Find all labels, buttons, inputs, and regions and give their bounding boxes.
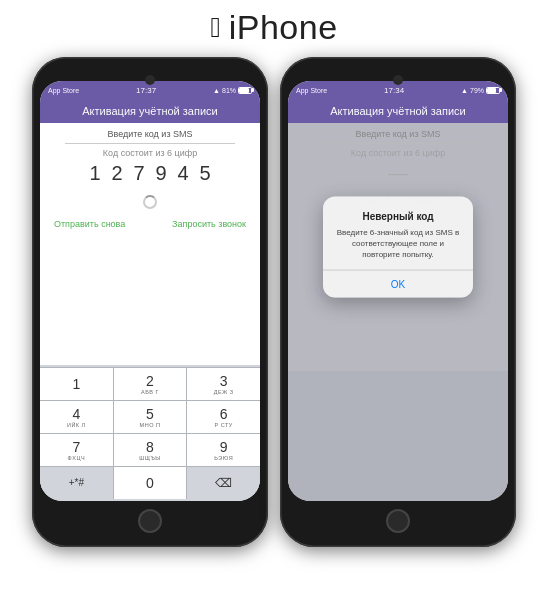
code-digits-2: —: [388, 162, 408, 185]
numpad-row-4: +*# 0 ⌫: [40, 466, 260, 499]
page-title: iPhone: [229, 8, 338, 47]
status-right-1: ▲ 81%: [213, 87, 252, 94]
numpad-row-1: 1 2 АБВ Г 3 ДЕЖ З: [40, 367, 260, 400]
digit-3: 7: [131, 162, 147, 185]
key-symbols[interactable]: +*#: [40, 467, 114, 499]
key-0[interactable]: 0: [114, 467, 188, 499]
numpad-row-2: 4 ИЙК Л 5 МНО П 6 Р СТУ: [40, 400, 260, 433]
home-button-2[interactable]: [386, 509, 410, 533]
digit-2: 2: [109, 162, 125, 185]
loading-spinner-1: [143, 195, 157, 209]
status-left-1: App Store: [48, 87, 79, 94]
sms-label-1: Введите код из SMS: [107, 129, 192, 139]
status-time-2: 17:34: [384, 86, 404, 95]
digit-4: 9: [153, 162, 169, 185]
numpad-1: 1 2 АБВ Г 3 ДЕЖ З 4 ИЙК Л: [40, 365, 260, 501]
phone-2-numpad-dim: [288, 371, 508, 501]
send-again-btn-1[interactable]: Отправить снова: [54, 219, 125, 229]
phone-1-screen: App Store 17:37 ▲ 81% Активация учётной …: [40, 81, 260, 501]
battery-icon-2: [486, 87, 500, 94]
phone-1: App Store 17:37 ▲ 81% Активация учётной …: [32, 57, 268, 547]
status-right-2: ▲ 79%: [461, 87, 500, 94]
alert-dialog-2: Неверный код Введите 6-значный код из SM…: [323, 197, 473, 298]
status-time-1: 17:37: [136, 86, 156, 95]
digit-5: 4: [175, 162, 191, 185]
key-4[interactable]: 4 ИЙК Л: [40, 401, 114, 433]
sms-label-2: Введите код из SMS: [355, 129, 440, 139]
key-5[interactable]: 5 МНО П: [114, 401, 188, 433]
alert-title-2: Неверный код: [335, 211, 461, 222]
signal-icon-2: ▲: [461, 87, 468, 94]
key-2[interactable]: 2 АБВ Г: [114, 368, 188, 400]
request-call-btn-1[interactable]: Запросить звонок: [172, 219, 246, 229]
phone-2-screen: App Store 17:34 ▲ 79% Активация учётной …: [288, 81, 508, 501]
apple-logo-icon: : [210, 14, 220, 42]
code-digits-1: 1 2 7 9 4 5: [87, 162, 213, 185]
alert-body-2: Неверный код Введите 6-значный код из SM…: [323, 197, 473, 270]
key-6[interactable]: 6 Р СТУ: [187, 401, 260, 433]
alert-message-2: Введите 6-значный код из SMS в соответст…: [335, 228, 461, 260]
key-7[interactable]: 7 ФХЦЧ: [40, 434, 114, 466]
phone-2-overlay-wrapper: Введите код из SMS Код состоит из 6 цифр…: [288, 123, 508, 371]
code-underline-2: [313, 143, 483, 144]
phone-1-content: Введите код из SMS Код состоит из 6 цифр…: [40, 123, 260, 365]
key-backspace[interactable]: ⌫: [187, 467, 260, 499]
digit-2-1: —: [388, 162, 408, 185]
alert-ok-button-2[interactable]: OK: [323, 270, 473, 297]
battery-pct-1: 81%: [222, 87, 236, 94]
phone-1-app-header: Активация учётной записи: [40, 99, 260, 123]
key-8[interactable]: 8 ШЩЪЫ: [114, 434, 188, 466]
code-hint-1: Код состоит из 6 цифр: [103, 148, 197, 158]
phones-container: App Store 17:37 ▲ 81% Активация учётной …: [32, 57, 516, 547]
digit-6: 5: [197, 162, 213, 185]
page-header:  iPhone: [210, 8, 337, 47]
code-hint-2: Код состоит из 6 цифр: [351, 148, 445, 158]
code-underline-1: [65, 143, 235, 144]
action-row-1: Отправить снова Запросить звонок: [50, 215, 250, 233]
key-3[interactable]: 3 ДЕЖ З: [187, 368, 260, 400]
status-left-2: App Store: [296, 87, 327, 94]
battery-icon-1: [238, 87, 252, 94]
phone-2-status-bar: App Store 17:34 ▲ 79%: [288, 81, 508, 99]
numpad-row-3: 7 ФХЦЧ 8 ШЩЪЫ 9 ЬЭЮЯ: [40, 433, 260, 466]
battery-pct-2: 79%: [470, 87, 484, 94]
phone-2: App Store 17:34 ▲ 79% Активация учётной …: [280, 57, 516, 547]
key-1[interactable]: 1: [40, 368, 114, 400]
home-button-1[interactable]: [138, 509, 162, 533]
key-9[interactable]: 9 ЬЭЮЯ: [187, 434, 260, 466]
phone-2-app-header: Активация учётной записи: [288, 99, 508, 123]
phone-1-status-bar: App Store 17:37 ▲ 81%: [40, 81, 260, 99]
signal-icon-1: ▲: [213, 87, 220, 94]
digit-1: 1: [87, 162, 103, 185]
